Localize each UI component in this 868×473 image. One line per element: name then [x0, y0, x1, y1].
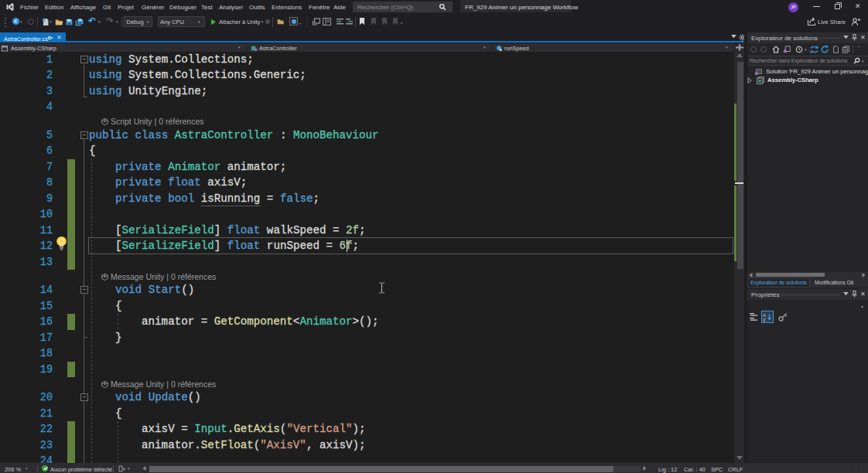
svg-text:Z: Z [763, 318, 766, 322]
svg-text:A: A [763, 313, 766, 318]
